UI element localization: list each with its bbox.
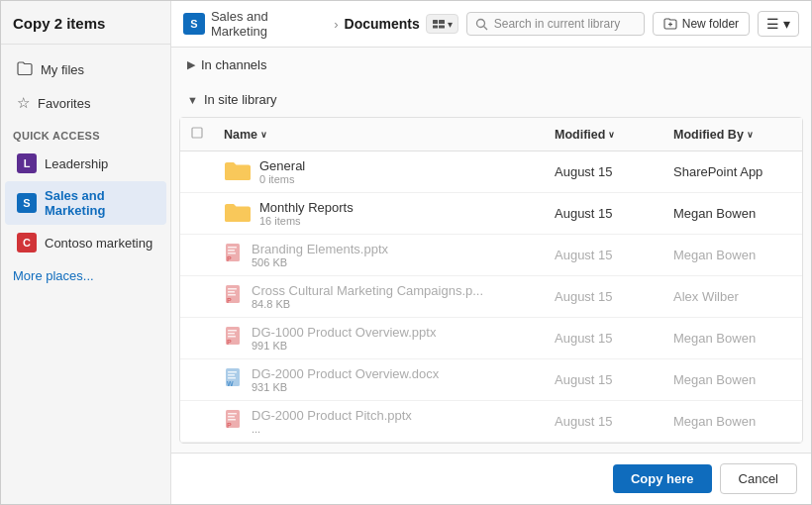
file-icon-col (190, 126, 204, 140)
contoso-label: Contoso marketing (45, 236, 152, 251)
sidebar-item-contoso[interactable]: C Contoso marketing (5, 226, 166, 259)
channels-chevron: ▶ (187, 58, 195, 71)
svg-rect-32 (228, 419, 236, 421)
col-modified-header[interactable]: Modified ∨ (545, 118, 663, 152)
table-header-row: Name ∨ Modified ∨ Modifi (180, 118, 802, 152)
name-sort[interactable]: Name ∨ (224, 128, 267, 142)
file-sub-info: 84.8 KB (252, 298, 483, 310)
row-modified-by-cell: Megan Bowen (663, 193, 802, 235)
svg-rect-30 (228, 413, 237, 415)
row-name-wrapper: P Cross Cultural Marketing Campaigns.p..… (224, 283, 535, 310)
col-name-header[interactable]: Name ∨ (214, 118, 545, 152)
kebab-menu-button[interactable]: ☰ ▾ (758, 11, 799, 37)
row-modified-by-cell: Alex Wilber (663, 276, 802, 318)
favorites-label: Favorites (38, 96, 90, 111)
sidebar-item-favorites[interactable]: ☆ Favorites (5, 87, 166, 119)
row-checkbox-cell (180, 152, 214, 193)
modified-by-sort-icon: ∨ (747, 130, 754, 140)
in-site-library-section[interactable]: ▼ In site library (171, 82, 811, 117)
sidebar-item-leadership[interactable]: L Leadership (5, 147, 166, 180)
row-modified-by-cell: Megan Bowen (663, 359, 802, 401)
copy-here-button[interactable]: Copy here (613, 464, 712, 493)
new-folder-button[interactable]: New folder (653, 12, 750, 36)
svg-rect-8 (192, 128, 202, 138)
favorites-icon: ☆ (17, 94, 30, 112)
search-placeholder: Search in current library (494, 17, 620, 31)
col-checkbox (180, 118, 214, 152)
row-name-wrapper: General 0 items (224, 158, 535, 185)
table-row[interactable]: W DG-2000 Product Overview.docx 931 KB A… (180, 359, 802, 401)
table-row[interactable]: General 0 items August 15SharePoint App (180, 152, 802, 193)
file-name-container: DG-2000 Product Overview.docx 931 KB (252, 366, 439, 393)
row-name-wrapper: P Branding Elements.pptx 506 KB (224, 242, 535, 268)
row-name-wrapper: Monthly Reports 16 items (224, 200, 535, 227)
table-row[interactable]: Monthly Reports 16 items August 15Megan … (180, 193, 802, 235)
file-table: Name ∨ Modified ∨ Modifi (180, 118, 802, 443)
table-row[interactable]: P Branding Elements.pptx 506 KB August 1… (180, 235, 802, 276)
row-name-wrapper: P DG-2000 Product Pitch.pptx ... (224, 408, 535, 435)
file-name-container: DG-2000 Product Pitch.pptx ... (252, 408, 412, 435)
sidebar-item-sales-marketing[interactable]: S Sales and Marketing (5, 181, 166, 225)
file-type-icon (224, 201, 252, 226)
file-type-icon: W (224, 367, 244, 392)
row-name-cell[interactable]: General 0 items (214, 152, 545, 193)
search-box[interactable]: Search in current library (466, 12, 645, 36)
left-panel: Copy 2 items My files ☆ Favorites Quick … (1, 1, 171, 504)
row-name-wrapper: P DG-1000 Product Overview.pptx 991 KB (224, 325, 535, 352)
col-modified-by-header[interactable]: Modified By ∨ (663, 118, 802, 152)
site-icon: S (183, 13, 205, 35)
table-row[interactable]: P DG-1000 Product Overview.pptx 991 KB A… (180, 318, 802, 359)
svg-line-5 (483, 26, 487, 30)
file-sub-info: 506 KB (252, 256, 388, 268)
svg-rect-2 (433, 26, 438, 29)
new-folder-icon (663, 17, 677, 31)
file-name: DG-2000 Product Pitch.pptx (252, 408, 412, 423)
svg-rect-27 (228, 377, 236, 379)
svg-rect-20 (228, 330, 237, 332)
row-name-cell[interactable]: Monthly Reports 16 items (214, 193, 545, 235)
site-library-chevron: ▼ (187, 94, 198, 106)
sales-marketing-icon: S (17, 193, 37, 213)
more-places-link[interactable]: More places... (1, 260, 170, 291)
svg-rect-17 (228, 294, 236, 296)
file-type-icon: P (224, 284, 244, 309)
row-name-cell[interactable]: P DG-2000 Product Pitch.pptx ... (214, 401, 545, 443)
svg-rect-25 (228, 371, 237, 373)
svg-rect-21 (228, 333, 235, 335)
file-name-container: Monthly Reports 16 items (259, 200, 354, 227)
file-table-container: Name ∨ Modified ∨ Modifi (179, 117, 803, 444)
cancel-button[interactable]: Cancel (720, 463, 797, 494)
right-panel: S Sales and Marketing › Documents ▾ Sear… (171, 1, 811, 504)
file-sub-info: 991 KB (252, 340, 436, 352)
in-channels-section[interactable]: ▶ In channels (171, 48, 811, 82)
row-modified-cell: August 15 (545, 193, 663, 235)
row-name-cell[interactable]: W DG-2000 Product Overview.docx 931 KB (214, 359, 545, 401)
svg-text:P: P (227, 339, 232, 346)
svg-rect-3 (439, 26, 445, 29)
row-name-cell[interactable]: P DG-1000 Product Overview.pptx 991 KB (214, 318, 545, 359)
folder-icon (224, 159, 252, 181)
row-modified-by-cell: SharePoint App (663, 152, 802, 193)
svg-text:P: P (227, 255, 232, 262)
row-name-cell[interactable]: P Cross Cultural Marketing Campaigns.p..… (214, 276, 545, 318)
folder-type-dropdown[interactable]: ▾ (426, 14, 458, 34)
row-modified-by-cell: Megan Bowen (663, 235, 802, 276)
file-name: DG-1000 Product Overview.pptx (252, 325, 436, 340)
modified-by-sort[interactable]: Modified By ∨ (673, 128, 754, 142)
sales-marketing-label: Sales and Marketing (45, 188, 154, 218)
table-row[interactable]: P DG-2000 Product Pitch.pptx ... August … (180, 401, 802, 443)
pptx-icon: P (224, 284, 244, 306)
row-name-cell[interactable]: P Branding Elements.pptx 506 KB (214, 235, 545, 276)
file-sub-info: 931 KB (252, 381, 439, 393)
row-name-wrapper: W DG-2000 Product Overview.docx 931 KB (224, 366, 535, 393)
site-name[interactable]: Sales and Marketing (211, 9, 328, 39)
sidebar-item-my-files[interactable]: My files (5, 53, 166, 86)
file-sub-info: ... (252, 423, 412, 435)
modified-sort[interactable]: Modified ∨ (555, 128, 615, 142)
breadcrumb: S Sales and Marketing › Documents ▾ (183, 9, 458, 39)
svg-rect-12 (228, 252, 236, 254)
row-modified-by-cell: Megan Bowen (663, 401, 802, 443)
contoso-icon: C (17, 233, 37, 252)
pptx-icon: P (224, 326, 244, 348)
table-row[interactable]: P Cross Cultural Marketing Campaigns.p..… (180, 276, 802, 318)
